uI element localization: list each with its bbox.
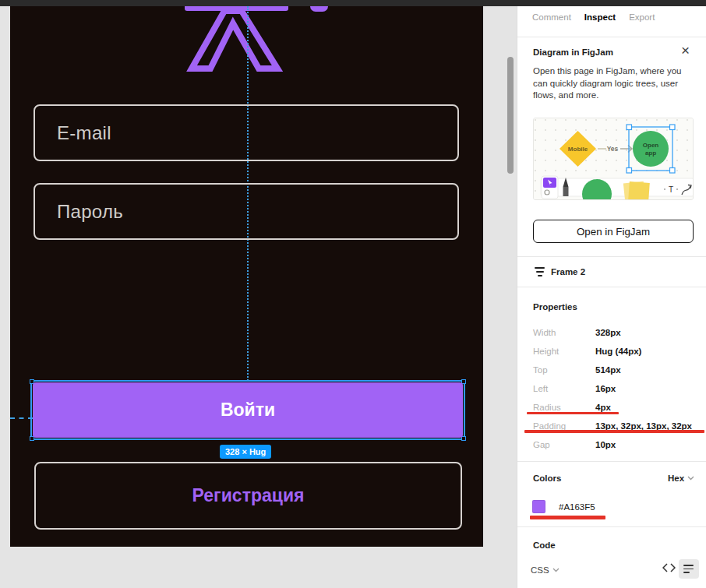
horizontal-alignment-guide [10, 417, 33, 419]
figjam-preview-image: Mobile Yes Open app [533, 118, 694, 200]
circle-node-label-1: Open [643, 142, 659, 149]
code-brackets-icon[interactable] [662, 563, 676, 572]
diamond-label: Mobile [568, 146, 588, 153]
close-icon[interactable]: × [681, 43, 690, 58]
property-row-left: Left 16px [517, 381, 706, 400]
figjam-promo-description: Open this page in FigJam, where you can … [533, 65, 690, 102]
register-button-label: Регистрация [192, 485, 305, 506]
logo-lambda-icon [174, 6, 306, 76]
tab-inspect[interactable]: Inspect [584, 12, 616, 22]
logo-fragment-icon [310, 6, 328, 12]
canvas-scrollbar[interactable] [507, 57, 514, 174]
login-button-label: Войти [221, 400, 275, 421]
toolbar-edge [0, 0, 706, 6]
panel-tabs: Comment Inspect Export [532, 12, 655, 22]
circle-node-label-2: app [645, 150, 656, 157]
annotation-underline-padding [524, 430, 704, 433]
property-row-gap: Gap 10px [517, 437, 706, 456]
chevron-down-icon [687, 476, 694, 481]
property-row-top: Top 514px [517, 362, 706, 381]
color-swatch[interactable] [532, 500, 545, 513]
email-field[interactable]: E-mail [34, 104, 459, 161]
code-title: Code [533, 540, 556, 550]
email-placeholder: E-mail [57, 122, 111, 144]
selected-layer-name[interactable]: Frame 2 [551, 267, 585, 276]
open-in-figjam-button[interactable]: Open in FigJam [533, 220, 694, 243]
divider [517, 461, 706, 462]
figjam-toolbar: T [541, 176, 694, 200]
password-placeholder: Пароль [57, 201, 123, 223]
code-language-dropdown[interactable]: CSS [531, 565, 560, 575]
divider [517, 256, 706, 257]
color-format-dropdown[interactable]: Hex [668, 474, 694, 483]
figjam-promo-title: Diagram in FigJam [533, 48, 613, 57]
mobile-login-frame[interactable]: E-mail Пароль Войти 328 × Hug Регистраци… [10, 6, 483, 547]
property-row-height: Height Hug (44px) [517, 343, 706, 362]
edge-label: Yes [607, 145, 619, 153]
chevron-down-icon [552, 568, 560, 572]
divider [517, 287, 706, 287]
sticky-note-icon [623, 181, 650, 200]
login-button[interactable]: Войти [33, 382, 463, 438]
code-list-view-button[interactable] [679, 559, 699, 579]
figma-window: E-mail Пароль Войти 328 × Hug Регистраци… [0, 0, 706, 588]
properties-rows: Width 328px Height Hug (44px) Top 514px … [517, 325, 706, 456]
tab-export[interactable]: Export [629, 12, 655, 22]
password-field[interactable]: Пароль [34, 183, 459, 240]
color-hex-value[interactable]: #A163F5 [559, 502, 595, 512]
properties-title: Properties [533, 302, 577, 312]
tab-comment[interactable]: Comment [532, 12, 571, 22]
register-button[interactable]: Регистрация [34, 462, 462, 530]
svg-text:T: T [669, 185, 673, 194]
property-row-padding: Padding 13px, 32px, 13px, 32px [517, 418, 706, 437]
property-row-radius: Radius 4px [517, 400, 706, 418]
annotation-underline-radius [527, 412, 619, 414]
auto-layout-icon [535, 267, 545, 276]
divider [517, 526, 706, 527]
annotation-underline-color [530, 516, 605, 519]
inspect-panel: Comment Inspect Export Diagram in FigJam… [517, 0, 706, 588]
selection-handle-bottom-right[interactable] [461, 436, 466, 441]
design-canvas[interactable]: E-mail Пароль Войти 328 × Hug Регистраци… [0, 0, 517, 588]
colors-title: Colors [533, 474, 561, 483]
divider [517, 37, 706, 37]
property-row-width: Width 328px [517, 325, 706, 343]
size-badge: 328 × Hug [220, 445, 271, 459]
